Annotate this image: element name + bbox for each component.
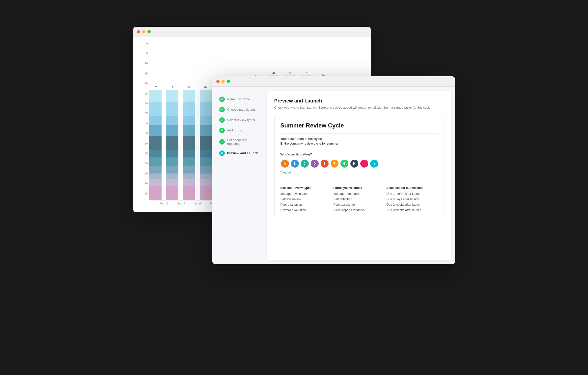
wizard-step-6[interactable]: 6Preview and Launch — [217, 148, 262, 158]
bar-segment — [200, 166, 212, 174]
bar-value: 62 — [204, 86, 207, 89]
bar-segment — [183, 179, 195, 186]
step-icon-1: ✓ — [219, 97, 225, 102]
bar-segment — [183, 136, 195, 150]
table-cell: Upward evaluation — [280, 208, 332, 212]
avatar: A — [280, 159, 289, 168]
table-cell: Direct reports feedback — [334, 208, 385, 212]
x-label: Feb 19 — [158, 202, 170, 205]
bar-segment — [149, 186, 162, 200]
y-label: 25 — [140, 92, 148, 95]
avatar: E — [320, 159, 329, 168]
step-icon-2: ✓ — [219, 107, 225, 112]
avatar-more: +8 — [370, 159, 379, 168]
bar-segment — [166, 136, 178, 150]
y-label: 35 — [140, 112, 148, 115]
table-cell: Due 2 weeks after launch — [387, 203, 438, 206]
wizard-step-4[interactable]: ✓Add forms — [217, 125, 262, 136]
chart-titlebar — [133, 27, 371, 37]
traffic-light-yellow[interactable] — [222, 80, 225, 83]
bar-segment — [200, 136, 212, 150]
bar-stack — [149, 90, 162, 200]
step-label-2: Choose participants — [227, 108, 256, 111]
y-label: 0 — [140, 42, 148, 45]
bar-segment — [166, 102, 178, 117]
bar-segment — [166, 90, 178, 102]
bar-segment — [149, 174, 162, 179]
main-subtitle: Check your work, then launch! Everyone y… — [274, 105, 444, 110]
y-label: 75 — [140, 192, 148, 195]
bar-segment — [200, 174, 212, 179]
wizard-sidebar: ✓Name this cycle✓Choose participants✓Sel… — [212, 87, 267, 264]
x-label: Mar 19 — [175, 202, 187, 205]
bar-segment — [149, 116, 162, 125]
bar-stack — [183, 90, 195, 200]
table-rows: Manager evaluationManager feedbackDue 1 … — [280, 192, 438, 212]
bar-segment — [183, 186, 195, 200]
y-label: 20 — [140, 82, 148, 85]
wizard-step-5[interactable]: ✓Set deadlines (optional) — [217, 136, 262, 148]
table-row: Manager evaluationManager feedbackDue 1 … — [280, 192, 438, 196]
avatar: F — [330, 159, 339, 168]
scene: 75 70 65 60 55 50 45 40 35 30 25 20 15 1… — [133, 27, 455, 349]
bar-segment — [183, 102, 195, 117]
bar-segment — [200, 157, 212, 166]
traffic-light-red[interactable] — [137, 30, 140, 33]
bar-segment — [200, 150, 212, 157]
bar-segment — [166, 150, 178, 157]
wizard-step-2[interactable]: ✓Choose participants — [217, 104, 262, 115]
avatars-row: A B C D E F G H I +8 — [280, 159, 438, 168]
step-label-5: Set deadlines (optional) — [227, 138, 260, 146]
wizard-step-1[interactable]: ✓Name this cycle — [217, 94, 262, 104]
bar-segment — [166, 174, 178, 179]
bar-segment — [166, 125, 178, 136]
table-cell: Peer evaluation — [280, 203, 332, 206]
bar-segment — [149, 136, 162, 150]
bar-segment — [200, 179, 212, 186]
y-axis: 75 70 65 60 55 50 45 40 35 30 25 20 15 1… — [140, 42, 148, 195]
traffic-light-green[interactable] — [147, 30, 151, 33]
step-icon-4: ✓ — [219, 128, 225, 133]
wizard-body: ✓Name this cycle✓Choose participants✓Sel… — [212, 87, 455, 264]
table-cell: Due 3 weeks after launch — [387, 208, 438, 212]
table-header: Selected review types Forms you've added… — [280, 186, 438, 190]
bar-value: 69 — [322, 73, 325, 76]
main-title: Preview and Launch — [274, 98, 444, 104]
bar-value: 70 — [305, 72, 308, 75]
table-cell: Manager evaluation — [280, 192, 332, 196]
bar-segment — [183, 125, 195, 136]
bar-segment — [200, 90, 212, 102]
y-label: 50 — [140, 142, 148, 145]
bar-stack — [166, 90, 178, 200]
bar-segment — [200, 125, 212, 136]
bar-segment — [166, 166, 178, 174]
bar-segment — [166, 116, 178, 125]
y-label: 70 — [140, 182, 148, 185]
wizard-window: ✓Name this cycle✓Choose participants✓Sel… — [212, 76, 455, 264]
traffic-light-green[interactable] — [227, 80, 230, 83]
y-label: 40 — [140, 122, 148, 125]
bar-value: 62 — [170, 86, 173, 89]
bar-segment — [183, 116, 195, 125]
description-value: Entire company review cycle for summer — [280, 142, 438, 145]
table-cell: Due 1 month after launch — [387, 192, 438, 196]
table-cell: Peer assessment — [334, 203, 385, 206]
avatar: G — [340, 159, 349, 168]
review-table: Selected review types Forms you've added… — [280, 182, 438, 212]
traffic-light-red[interactable] — [216, 80, 220, 83]
avatar: H — [350, 159, 359, 168]
view-all-link[interactable]: View all — [280, 171, 292, 174]
bar-value: 62 — [154, 86, 157, 89]
wizard-step-3[interactable]: ✓Select review types — [217, 115, 262, 125]
y-label: 65 — [140, 172, 148, 175]
cycle-name: Summer Review Cycle — [280, 122, 438, 129]
y-label: 60 — [140, 162, 148, 165]
table-cell: Self reflection — [334, 198, 385, 201]
col-header-2: Forms you've added — [334, 186, 385, 190]
y-label: 30 — [140, 102, 148, 105]
bar-segment — [149, 166, 162, 174]
description-section: Your description of this cycle Entire co… — [280, 133, 438, 149]
col-header-3: Deadlines for submission — [387, 186, 438, 190]
traffic-light-yellow[interactable] — [142, 30, 145, 33]
bar-value: 62 — [187, 86, 190, 89]
